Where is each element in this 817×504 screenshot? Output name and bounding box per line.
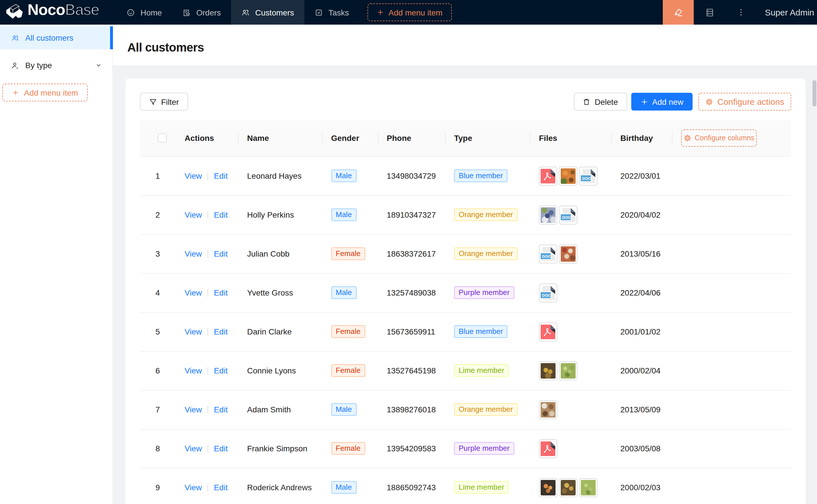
svg-text:DOC: DOC	[542, 254, 551, 258]
svg-text:DOC: DOC	[562, 215, 571, 219]
svg-text:DOC: DOC	[582, 176, 591, 180]
svg-text:DOC: DOC	[542, 293, 551, 297]
